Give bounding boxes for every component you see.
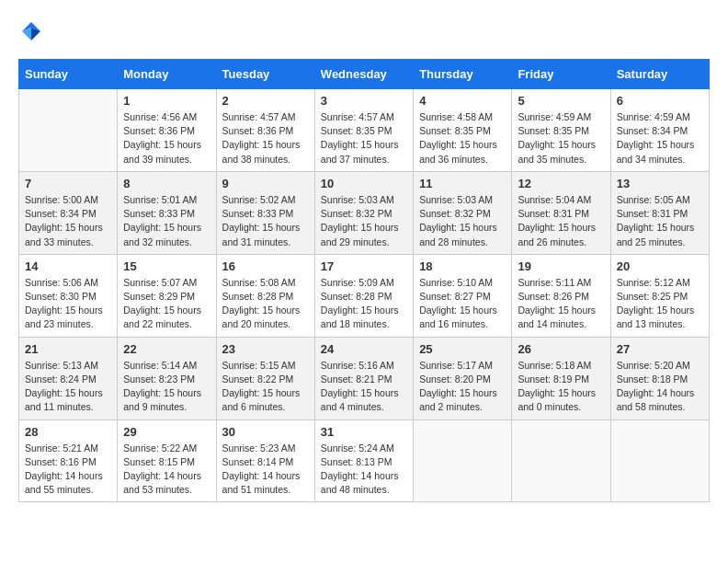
- calendar-cell: 18Sunrise: 5:10 AM Sunset: 8:27 PM Dayli…: [414, 254, 512, 337]
- calendar-week-row: 1Sunrise: 4:56 AM Sunset: 8:36 PM Daylig…: [19, 89, 710, 172]
- calendar-cell: 12Sunrise: 5:04 AM Sunset: 8:31 PM Dayli…: [512, 171, 610, 254]
- calendar-cell: 16Sunrise: 5:08 AM Sunset: 8:28 PM Dayli…: [216, 254, 314, 337]
- day-info: Sunrise: 5:12 AM Sunset: 8:25 PM Dayligh…: [617, 276, 703, 332]
- calendar-cell: 5Sunrise: 4:59 AM Sunset: 8:35 PM Daylig…: [512, 89, 610, 172]
- day-number: 9: [222, 177, 309, 190]
- day-info: Sunrise: 5:11 AM Sunset: 8:26 PM Dayligh…: [518, 276, 604, 332]
- day-info: Sunrise: 5:08 AM Sunset: 8:28 PM Dayligh…: [222, 276, 309, 332]
- day-number: 19: [518, 259, 604, 273]
- calendar-cell: 20Sunrise: 5:12 AM Sunset: 8:25 PM Dayli…: [610, 254, 709, 337]
- day-number: 26: [518, 342, 604, 356]
- day-number: 21: [25, 342, 111, 356]
- calendar-cell: 23Sunrise: 5:15 AM Sunset: 8:22 PM Dayli…: [216, 337, 314, 419]
- calendar-table: SundayMondayTuesdayWednesdayThursdayFrid…: [18, 59, 710, 502]
- calendar-cell: 19Sunrise: 5:11 AM Sunset: 8:26 PM Dayli…: [512, 254, 610, 337]
- calendar-cell: 4Sunrise: 4:58 AM Sunset: 8:35 PM Daylig…: [414, 89, 512, 172]
- day-info: Sunrise: 5:02 AM Sunset: 8:33 PM Dayligh…: [222, 193, 309, 249]
- day-info: Sunrise: 5:03 AM Sunset: 8:32 PM Dayligh…: [321, 193, 407, 249]
- day-number: 8: [123, 177, 210, 190]
- day-number: 28: [25, 425, 111, 439]
- calendar-cell: 17Sunrise: 5:09 AM Sunset: 8:28 PM Dayli…: [314, 254, 413, 337]
- day-info: Sunrise: 5:06 AM Sunset: 8:30 PM Dayligh…: [25, 276, 111, 332]
- calendar-cell: 27Sunrise: 5:20 AM Sunset: 8:18 PM Dayli…: [610, 337, 709, 419]
- calendar-cell: 8Sunrise: 5:01 AM Sunset: 8:33 PM Daylig…: [118, 171, 216, 254]
- day-number: 4: [419, 94, 506, 108]
- calendar-cell: 13Sunrise: 5:05 AM Sunset: 8:31 PM Dayli…: [610, 171, 709, 254]
- day-info: Sunrise: 5:17 AM Sunset: 8:20 PM Dayligh…: [419, 359, 506, 415]
- logo-icon: [18, 18, 44, 44]
- calendar-cell: 29Sunrise: 5:22 AM Sunset: 8:15 PM Dayli…: [118, 419, 216, 502]
- day-number: 22: [123, 342, 210, 356]
- day-info: Sunrise: 5:18 AM Sunset: 8:19 PM Dayligh…: [518, 359, 604, 415]
- day-number: 10: [321, 177, 407, 190]
- calendar-cell: [19, 89, 118, 172]
- day-number: 1: [123, 94, 210, 108]
- day-number: 5: [518, 94, 604, 108]
- calendar-cell: 7Sunrise: 5:00 AM Sunset: 8:34 PM Daylig…: [19, 171, 118, 254]
- day-number: 7: [25, 177, 111, 190]
- calendar-cell: 31Sunrise: 5:24 AM Sunset: 8:13 PM Dayli…: [314, 419, 413, 502]
- day-number: 6: [617, 94, 703, 108]
- day-number: 29: [123, 425, 210, 439]
- day-info: Sunrise: 5:04 AM Sunset: 8:31 PM Dayligh…: [518, 193, 604, 249]
- day-number: 20: [617, 259, 703, 273]
- day-info: Sunrise: 5:21 AM Sunset: 8:16 PM Dayligh…: [25, 442, 111, 498]
- day-number: 13: [617, 177, 703, 190]
- day-info: Sunrise: 4:57 AM Sunset: 8:36 PM Dayligh…: [222, 110, 309, 167]
- calendar-cell: 9Sunrise: 5:02 AM Sunset: 8:33 PM Daylig…: [216, 171, 314, 254]
- calendar-week-row: 14Sunrise: 5:06 AM Sunset: 8:30 PM Dayli…: [19, 254, 710, 337]
- day-number: 25: [419, 342, 506, 356]
- day-number: 15: [123, 259, 210, 273]
- day-info: Sunrise: 5:22 AM Sunset: 8:15 PM Dayligh…: [123, 442, 210, 498]
- page-header: [18, 18, 710, 44]
- day-info: Sunrise: 5:13 AM Sunset: 8:24 PM Dayligh…: [25, 359, 111, 415]
- calendar-header-monday: Monday: [118, 60, 216, 89]
- calendar-cell: 10Sunrise: 5:03 AM Sunset: 8:32 PM Dayli…: [314, 171, 413, 254]
- day-number: 14: [25, 259, 111, 273]
- day-info: Sunrise: 5:20 AM Sunset: 8:18 PM Dayligh…: [617, 359, 703, 415]
- calendar-header-friday: Friday: [512, 60, 610, 89]
- calendar-cell: 6Sunrise: 4:59 AM Sunset: 8:34 PM Daylig…: [610, 89, 709, 172]
- calendar-cell: 30Sunrise: 5:23 AM Sunset: 8:14 PM Dayli…: [216, 419, 314, 502]
- day-number: 3: [321, 94, 407, 108]
- calendar-header-wednesday: Wednesday: [314, 60, 413, 89]
- calendar-cell: 2Sunrise: 4:57 AM Sunset: 8:36 PM Daylig…: [216, 89, 314, 172]
- day-number: 16: [222, 259, 309, 273]
- calendar-week-row: 21Sunrise: 5:13 AM Sunset: 8:24 PM Dayli…: [19, 337, 710, 419]
- calendar-cell: 1Sunrise: 4:56 AM Sunset: 8:36 PM Daylig…: [118, 89, 216, 172]
- calendar-cell: 26Sunrise: 5:18 AM Sunset: 8:19 PM Dayli…: [512, 337, 610, 419]
- calendar-cell: 3Sunrise: 4:57 AM Sunset: 8:35 PM Daylig…: [314, 89, 413, 172]
- day-info: Sunrise: 4:59 AM Sunset: 8:34 PM Dayligh…: [617, 110, 703, 167]
- day-info: Sunrise: 4:58 AM Sunset: 8:35 PM Dayligh…: [419, 110, 506, 167]
- calendar-week-row: 7Sunrise: 5:00 AM Sunset: 8:34 PM Daylig…: [19, 171, 710, 254]
- day-info: Sunrise: 5:00 AM Sunset: 8:34 PM Dayligh…: [25, 193, 111, 249]
- day-number: 17: [321, 259, 407, 273]
- svg-marker-2: [22, 28, 31, 40]
- day-number: 31: [321, 425, 407, 439]
- day-info: Sunrise: 5:09 AM Sunset: 8:28 PM Dayligh…: [321, 276, 407, 332]
- day-info: Sunrise: 5:14 AM Sunset: 8:23 PM Dayligh…: [123, 359, 210, 415]
- calendar-cell: [610, 419, 709, 502]
- calendar-week-row: 28Sunrise: 5:21 AM Sunset: 8:16 PM Dayli…: [19, 419, 710, 502]
- day-number: 18: [419, 259, 506, 273]
- calendar-cell: 25Sunrise: 5:17 AM Sunset: 8:20 PM Dayli…: [414, 337, 512, 419]
- day-info: Sunrise: 5:03 AM Sunset: 8:32 PM Dayligh…: [419, 193, 506, 249]
- calendar-cell: 24Sunrise: 5:16 AM Sunset: 8:21 PM Dayli…: [314, 337, 413, 419]
- day-info: Sunrise: 4:56 AM Sunset: 8:36 PM Dayligh…: [123, 110, 210, 167]
- calendar-cell: 14Sunrise: 5:06 AM Sunset: 8:30 PM Dayli…: [19, 254, 118, 337]
- day-number: 24: [321, 342, 407, 356]
- calendar-header-sunday: Sunday: [19, 60, 118, 89]
- calendar-cell: 11Sunrise: 5:03 AM Sunset: 8:32 PM Dayli…: [414, 171, 512, 254]
- day-info: Sunrise: 5:10 AM Sunset: 8:27 PM Dayligh…: [419, 276, 506, 332]
- day-info: Sunrise: 5:16 AM Sunset: 8:21 PM Dayligh…: [321, 359, 407, 415]
- logo: [18, 18, 48, 44]
- day-info: Sunrise: 5:01 AM Sunset: 8:33 PM Dayligh…: [123, 193, 210, 249]
- day-number: 27: [617, 342, 703, 356]
- calendar-header-saturday: Saturday: [610, 60, 709, 89]
- svg-marker-1: [31, 28, 40, 40]
- day-info: Sunrise: 4:57 AM Sunset: 8:35 PM Dayligh…: [321, 110, 407, 167]
- day-number: 30: [222, 425, 309, 439]
- calendar-header-row: SundayMondayTuesdayWednesdayThursdayFrid…: [19, 60, 710, 89]
- day-number: 23: [222, 342, 309, 356]
- day-info: Sunrise: 4:59 AM Sunset: 8:35 PM Dayligh…: [518, 110, 604, 167]
